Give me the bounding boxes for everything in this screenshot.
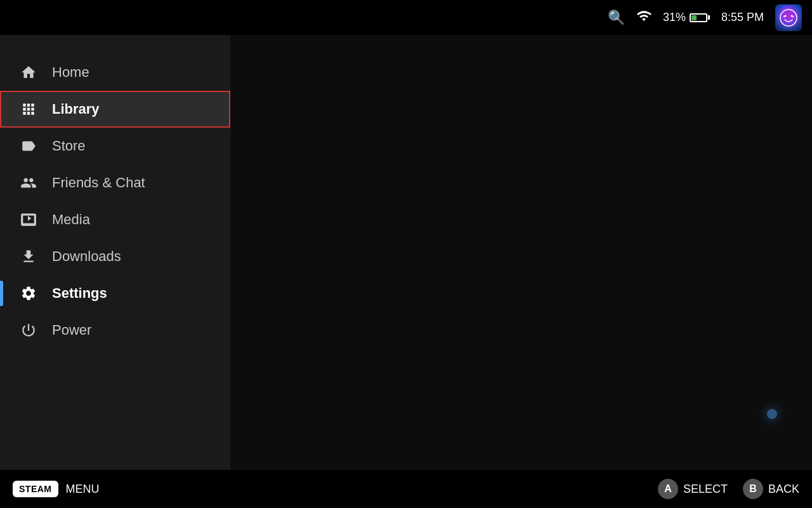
settings-icon <box>19 284 38 303</box>
sidebar-item-settings[interactable]: Settings <box>0 275 230 312</box>
library-icon <box>19 100 38 119</box>
menu-label: MENU <box>66 483 100 496</box>
downloads-icon <box>19 247 38 266</box>
sidebar-item-power[interactable]: Power <box>0 312 230 349</box>
sidebar-item-downloads[interactable]: Downloads <box>0 238 230 275</box>
sidebar-power-label: Power <box>52 322 91 338</box>
bottom-bar: STEAM MENU A SELECT B BACK <box>0 470 812 508</box>
svg-text:✕: ✕ <box>783 15 785 18</box>
battery-percent-text: 31% <box>663 11 686 24</box>
top-bar: 🔍 31% 8:55 PM <box>0 0 812 35</box>
select-control[interactable]: A SELECT <box>658 479 728 499</box>
back-control[interactable]: B BACK <box>743 479 799 499</box>
select-label: SELECT <box>683 483 728 496</box>
sidebar-store-label: Store <box>52 138 86 154</box>
svg-text:✕: ✕ <box>792 15 794 18</box>
media-icon <box>19 210 38 229</box>
main-content <box>230 35 812 470</box>
sidebar-home-label: Home <box>52 64 89 81</box>
power-icon <box>19 321 38 340</box>
sidebar-media-label: Media <box>52 211 90 228</box>
sidebar-item-library[interactable]: Library <box>0 91 230 128</box>
store-icon <box>19 137 38 156</box>
clock: 8:55 PM <box>721 11 764 24</box>
b-button[interactable]: B <box>743 479 763 499</box>
sidebar-library-label: Library <box>52 101 100 117</box>
battery-icon <box>690 13 710 22</box>
battery-section: 31% <box>663 11 710 24</box>
steam-badge[interactable]: STEAM <box>13 481 58 497</box>
avatar[interactable]: ✕ ✕ <box>775 4 802 31</box>
sidebar-downloads-label: Downloads <box>52 248 121 265</box>
sidebar: Home Library Store Friends & Chat <box>0 35 230 470</box>
sidebar-settings-label: Settings <box>52 285 107 302</box>
sidebar-item-friends[interactable]: Friends & Chat <box>0 164 230 201</box>
sidebar-item-store[interactable]: Store <box>0 128 230 164</box>
steam-menu: STEAM MENU <box>13 481 100 497</box>
avatar-inner: ✕ ✕ <box>775 4 802 31</box>
sidebar-friends-label: Friends & Chat <box>52 175 145 191</box>
home-icon <box>19 63 38 82</box>
sidebar-item-home[interactable]: Home <box>0 54 230 91</box>
search-icon[interactable]: 🔍 <box>608 10 625 26</box>
glow-dot <box>767 409 777 419</box>
back-label: BACK <box>768 483 799 496</box>
bottom-controls: A SELECT B BACK <box>658 479 799 499</box>
friends-icon <box>19 173 38 192</box>
top-bar-icons: 🔍 31% 8:55 PM <box>608 4 802 31</box>
settings-indicator <box>0 281 3 306</box>
a-button[interactable]: A <box>658 479 678 499</box>
wifi-icon <box>636 8 652 27</box>
sidebar-item-media[interactable]: Media <box>0 201 230 238</box>
